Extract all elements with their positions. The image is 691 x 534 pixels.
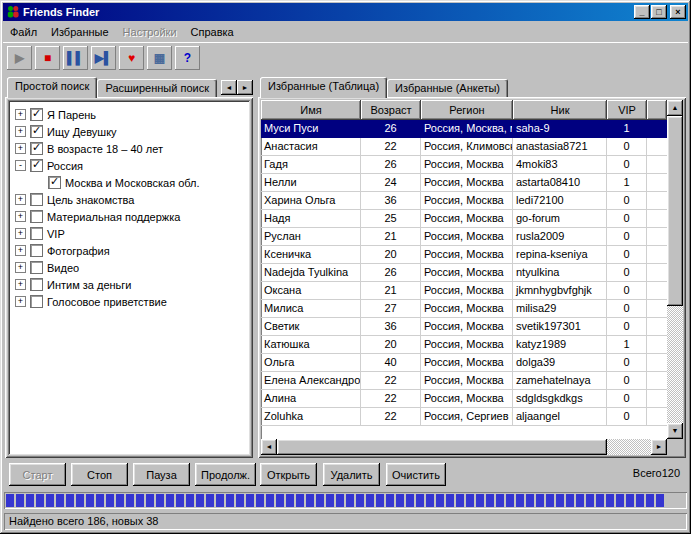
tree-item[interactable]: + Видео [12,259,248,276]
pause-button[interactable]: ▌▌ [63,46,88,70]
checkbox[interactable] [30,244,43,257]
column-header[interactable]: Возраст [361,100,421,120]
profiles-button[interactable]: ▦ [147,46,172,70]
table-row[interactable]: Nadejda Tyulkina 26 Россия, Москва ntyul… [261,264,667,282]
search-filter-tree: + Я Парень + Ищу Девушку + [8,100,250,455]
table-row[interactable]: Ксеничка 20 Россия, Москва repina-kseniy… [261,246,667,264]
tree-item[interactable]: + Я Парень [12,106,248,123]
column-header[interactable]: Ник [513,100,607,120]
delete-button[interactable]: Удалить [323,463,380,486]
favorites-tab[interactable]: Избранные (Таблица) [260,77,387,98]
vertical-scrollbar-thumb[interactable] [667,116,683,306]
table-row[interactable]: Анастасия 22 Россия, Климовск anastasia8… [261,138,667,156]
scroll-right-icon[interactable]: ► [651,439,667,455]
table-row[interactable]: Ольга 40 Россия, Москва dolga39 0 [261,354,667,372]
cell-region: Россия, Климовск [421,138,513,156]
resume-button[interactable]: Продолж. [195,463,256,486]
tree-item[interactable]: + Ищу Девушку [12,123,248,140]
minimize-button[interactable]: _ [634,5,650,19]
start-button[interactable]: Старт [9,463,66,486]
scroll-left-icon[interactable]: ◄ [261,439,277,455]
tree-item[interactable]: + Цель знакомства [12,191,248,208]
table-row[interactable]: Zoluhka 22 Россия, Сергиев П aljaangel 0 [261,408,667,426]
expand-icon[interactable]: + [15,126,26,137]
checkbox[interactable] [30,278,43,291]
close-button[interactable]: × [670,5,686,19]
help-button[interactable]: ? [175,46,200,70]
table-row[interactable]: Катюшка 20 Россия, Москва katyz1989 1 [261,336,667,354]
table-row[interactable]: Оксана 21 Россия, Москва jkmnhygbvfghjk … [261,282,667,300]
column-header[interactable]: VIP [607,100,647,120]
app-window: Friends Finder _ □ × Файл Избранные Наст… [0,0,691,534]
stop-button[interactable]: ■ [35,46,60,70]
table-row[interactable]: Муси Пуси 26 Россия, Москва, м saha-9 1 [261,120,667,138]
checkbox[interactable] [30,108,43,121]
table-row[interactable]: Милиса 27 Россия, Москва milisa29 0 [261,300,667,318]
resume-button[interactable]: ▶▌ [91,46,116,70]
clear-button[interactable]: Очистить [386,463,446,486]
checkbox[interactable] [30,125,43,138]
checkbox[interactable] [48,176,61,189]
table-row[interactable]: Харина Ольга 36 Россия, Москва ledi72100… [261,192,667,210]
cell-region: Россия, Москва [421,390,513,408]
table-body: Муси Пуси 26 Россия, Москва, м saha-9 1 … [261,120,667,426]
horizontal-scrollbar-thumb[interactable] [277,439,607,455]
menu-item[interactable]: Настройки [116,23,184,41]
menu-item[interactable]: Файл [3,23,44,41]
titlebar[interactable]: Friends Finder _ □ × [3,3,688,21]
table-row[interactable]: Елена Александров 22 Россия, Москва zame… [261,372,667,390]
expand-icon[interactable]: - [15,160,26,171]
tree-item[interactable]: + Интим за деньги [12,276,248,293]
scroll-up-icon[interactable]: ▲ [667,100,683,116]
expand-icon[interactable]: + [15,262,26,273]
expand-icon[interactable]: + [15,109,26,120]
tree-item[interactable]: + В возрасте 18 – 40 лет [12,140,248,157]
horizontal-scrollbar[interactable]: ◄ ► [261,439,667,455]
cell-nick: repina-kseniya [513,246,607,264]
table-row[interactable]: Руслан 21 Россия, Москва rusla2009 0 [261,228,667,246]
open-button[interactable]: Открыть [260,463,317,486]
checkbox[interactable] [30,193,43,206]
checkbox[interactable] [30,261,43,274]
search-tab[interactable]: Простой поиск [7,77,97,98]
checkbox[interactable] [30,142,43,155]
checkbox[interactable] [30,159,43,172]
search-tab[interactable]: Расширенный поиск [97,79,217,97]
checkbox[interactable] [30,295,43,308]
expand-icon[interactable]: + [15,194,26,205]
table-row[interactable]: Нелли 24 Россия, Москва astarta08410 1 [261,174,667,192]
table-row[interactable]: Надя 25 Россия, Москва go-forum 0 [261,210,667,228]
stop-button[interactable]: Стоп [71,463,128,486]
table-row[interactable]: Светик 36 Россия, Москва svetik197301 0 [261,318,667,336]
maximize-button[interactable]: □ [651,5,667,19]
checkbox[interactable] [30,227,43,240]
favorites-button[interactable]: ♥ [119,46,144,70]
menu-item[interactable]: Справка [184,23,241,41]
column-header[interactable]: Регион [421,100,513,120]
expand-icon[interactable]: + [15,279,26,290]
table-row[interactable]: Алина 22 Россия, Москва sdgldsgkdkgs 0 [261,390,667,408]
tab-scroll-right-icon[interactable]: ► [237,80,253,95]
tree-item[interactable]: + Голосовое приветствие [12,293,248,310]
tab-scroll-left-icon[interactable]: ◄ [221,80,237,95]
expand-icon[interactable]: + [15,143,26,154]
scroll-down-icon[interactable]: ▼ [667,423,683,439]
expand-icon[interactable]: + [15,211,26,222]
expand-icon[interactable]: + [15,245,26,256]
expand-icon[interactable]: + [15,296,26,307]
tree-item[interactable]: + Фотография [12,242,248,259]
tree-item[interactable]: + Материальная поддержка [12,208,248,225]
column-header[interactable]: Имя [261,100,361,120]
pause-button[interactable]: Пауза [133,463,190,486]
tree-item[interactable]: Москва и Московская обл. [12,174,248,191]
vertical-scrollbar[interactable]: ▲ ▼ [667,100,683,439]
start-button[interactable]: ▶ [7,46,32,70]
favorites-tab[interactable]: Избранные (Анкеты) [387,79,508,97]
tree-item[interactable]: - Россия [12,157,248,174]
checkbox[interactable] [30,210,43,223]
tree-item[interactable]: + VIP [12,225,248,242]
expand-icon[interactable]: + [15,228,26,239]
tree-item-label: Фотография [47,245,110,257]
menu-item[interactable]: Избранные [44,23,116,41]
table-row[interactable]: Гадя 26 Россия, Москва 4moki83 0 [261,156,667,174]
